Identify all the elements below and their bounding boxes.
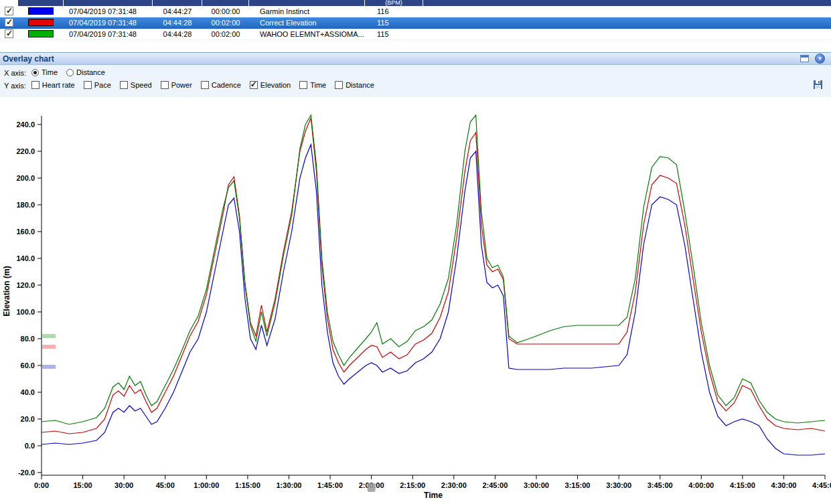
table-header-color-col: [18, 0, 64, 6]
row-duration: 04:44:27: [153, 6, 202, 17]
y-axis-option-elevation[interactable]: Elevation: [250, 81, 291, 89]
x-tick-label: 4:30:00: [771, 481, 796, 489]
row-checkbox[interactable]: [5, 29, 13, 38]
x-axis-label: X axis:: [4, 69, 26, 77]
x-axis-option-distance[interactable]: Distance: [66, 68, 105, 76]
y-tick-label: 100.0: [16, 308, 35, 316]
table-header-bpm-col: (BPM): [365, 0, 423, 6]
option-label: Pace: [94, 81, 111, 89]
checkbox-icon[interactable]: [120, 81, 128, 89]
series-line-wahoo-elemnt-assioma: [42, 115, 825, 424]
window-layout-icon[interactable]: [800, 55, 809, 62]
checkbox-icon[interactable]: [84, 81, 92, 89]
table-row[interactable]: 07/04/2019 07:31:48 04:44:28 00:02:00 Co…: [0, 17, 831, 29]
y-axis-option-time[interactable]: Time: [299, 81, 326, 89]
x-tick-label: 1:45:00: [317, 481, 343, 489]
row-date: 07/04/2019 07:31:48: [64, 6, 153, 17]
checkbox-icon[interactable]: [299, 81, 307, 89]
row-offset: 00:02:00: [202, 17, 249, 29]
row-filler: [423, 29, 831, 39]
option-label: Speed: [131, 81, 152, 89]
row-date: 07/04/2019 07:31:48: [64, 29, 153, 39]
x-tick-label: 0:00: [34, 481, 49, 489]
x-axis-option-time[interactable]: Time: [31, 68, 58, 76]
table-row[interactable]: 07/04/2019 07:31:48 04:44:28 00:02:00 WA…: [0, 29, 831, 40]
x-tick-label: 2:45:00: [482, 481, 508, 489]
runs-table: (BPM) 07/04/2019 07:31:48 04:44:27 00:00…: [0, 0, 831, 40]
option-label: Elevation: [260, 81, 291, 89]
y-tick-label: 200.0: [16, 174, 35, 182]
option-label: Time: [310, 81, 326, 89]
table-row[interactable]: 07/04/2019 07:31:48 04:44:27 00:00:00 Ga…: [0, 6, 831, 17]
y-tick-label: 180.0: [16, 201, 35, 209]
radio-icon[interactable]: [66, 69, 74, 76]
row-duration: 04:44:28: [153, 29, 202, 39]
table-header-filler: [423, 0, 831, 6]
y-axis-option-pace[interactable]: Pace: [84, 81, 111, 89]
row-offset: 00:00:00: [202, 6, 249, 17]
y-tick-label: -20.0: [18, 469, 35, 477]
checkbox-icon[interactable]: [31, 81, 40, 89]
checkbox-icon[interactable]: [250, 81, 258, 89]
y-axis-option-cadence[interactable]: Cadence: [201, 81, 241, 89]
x-tick-label: 3:45:00: [648, 481, 673, 489]
x-tick-label: 4:00:00: [688, 481, 714, 489]
option-label: Heart rate: [42, 81, 75, 89]
elevation-chart[interactable]: -20.00.020.040.060.080.0100.0120.0140.01…: [0, 97, 831, 504]
table-header-duration-col: [153, 0, 202, 6]
row-checkbox[interactable]: [5, 7, 13, 15]
option-label: Distance: [76, 68, 105, 76]
table-header-checkbox-col: [0, 0, 18, 6]
x-axis-options: TimeDistance: [31, 68, 114, 78]
overlay-chart-area[interactable]: -20.00.020.040.060.080.0100.0120.0140.01…: [0, 97, 831, 504]
y-axis-option-speed[interactable]: Speed: [120, 81, 152, 89]
y-tick-label: 0.0: [25, 442, 35, 450]
x-tick-label: 30:00: [115, 481, 133, 489]
series-color-swatch: [28, 30, 54, 37]
x-tick-label: 3:00:00: [524, 481, 549, 489]
row-offset: 00:02:00: [202, 29, 249, 39]
series-line-correct-elevation: [42, 118, 825, 434]
y-tick-label: 160.0: [16, 228, 35, 236]
table-header-offset-col: [202, 0, 249, 6]
row-heart-rate: 116: [365, 6, 423, 17]
checkbox-icon[interactable]: [335, 81, 343, 89]
checkbox-icon[interactable]: [161, 81, 169, 89]
x-tick-label: 1:15:00: [235, 481, 260, 489]
chevron-down-icon: ▾: [816, 54, 824, 63]
y-tick-label: 40.0: [21, 388, 35, 396]
y-axis-title: Elevation (m): [2, 266, 11, 316]
series-line-garmin-instinct: [42, 145, 825, 455]
x-axis-title: Time: [424, 491, 443, 500]
row-heart-rate: 115: [365, 29, 423, 39]
x-tick-label: 45:00: [156, 481, 175, 489]
panel-title: Overlay chart: [0, 54, 54, 64]
y-axis-option-heart-rate[interactable]: Heart rate: [31, 81, 75, 89]
y-axis-option-distance[interactable]: Distance: [335, 81, 374, 89]
radio-icon[interactable]: [31, 69, 39, 76]
y-tick-label: 80.0: [21, 335, 35, 343]
row-filler: [423, 6, 831, 17]
option-label: Power: [171, 81, 192, 89]
row-checkbox[interactable]: [5, 18, 13, 27]
y-axis-option-power[interactable]: Power: [161, 81, 192, 89]
x-tick-label: 2:30:00: [441, 481, 467, 489]
save-chart-icon[interactable]: [813, 80, 823, 90]
row-heart-rate: 115: [365, 17, 423, 29]
checkbox-icon[interactable]: [201, 81, 209, 89]
x-tick-label: 3:15:00: [565, 481, 591, 489]
y-axis-options: Heart ratePaceSpeedPowerCadenceElevation…: [31, 81, 383, 90]
row-device: Correct Elevation: [249, 17, 365, 29]
row-device: WAHOO ELEMNT+ASSIOMA...: [249, 29, 365, 39]
collapse-panel-button[interactable]: ▾: [815, 54, 825, 64]
y-tick-label: 20.0: [21, 415, 35, 423]
option-label: Cadence: [212, 81, 241, 89]
chart-scroll-thumb[interactable]: [368, 483, 376, 492]
overlay-chart-panel-header: Overlay chart ▾: [0, 52, 831, 65]
x-tick-label: 3:30:00: [606, 481, 631, 489]
y-tick-label: 240.0: [16, 120, 35, 129]
y-tick-label: 140.0: [16, 254, 35, 262]
chart-controls: X axis: TimeDistance Y axis: Heart rateP…: [0, 65, 831, 97]
x-tick-label: 1:00:00: [194, 481, 219, 489]
y-tick-label: 120.0: [16, 281, 35, 289]
